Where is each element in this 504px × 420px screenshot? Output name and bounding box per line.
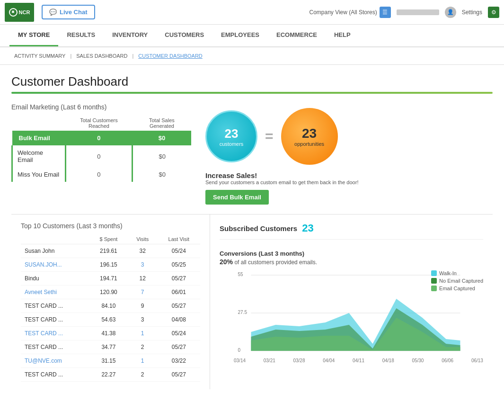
send-bulk-email-button[interactable]: Send Bulk Email: [205, 190, 269, 205]
x-axis-labels: 03/14 03/21 03/28 04/04 04/11 04/18 05/3…: [220, 357, 483, 363]
legend-no-email: No Email Captured: [431, 278, 483, 284]
opportunities-count: 23: [302, 126, 317, 141]
nav-results[interactable]: RESULTS: [58, 25, 104, 46]
customer-last-visit: 05/27: [158, 299, 200, 313]
customer-last-visit: 05/24: [158, 244, 200, 258]
increase-title: Increase Sales!: [205, 171, 257, 179]
customer-spent: 120.90: [89, 286, 128, 299]
store-icon: ☰: [380, 7, 391, 18]
customer-visits: 1: [128, 327, 158, 340]
bulk-sales: $0: [133, 131, 191, 145]
nav-my-store[interactable]: MY STORE: [9, 25, 58, 46]
bottom-panels: Top 10 Customers (Last 3 months) $ Spent…: [11, 214, 493, 389]
customer-row-0: Susan John 219.61 32 05/24: [21, 244, 200, 258]
customer-visits: 32: [128, 244, 158, 258]
conversions-sub: 20% of all customers provided emails.: [220, 258, 483, 266]
col-spent: $ Spent: [89, 234, 128, 244]
conversion-text: of all customers provided emails.: [234, 259, 317, 266]
customer-name[interactable]: SUSAN.JOH...: [21, 258, 89, 272]
nav-help[interactable]: HELP: [326, 25, 359, 46]
sub-nav-sales[interactable]: SALES DASHBOARD: [71, 51, 132, 61]
customer-spent: 22.27: [89, 368, 128, 382]
customer-row-2: Bindu 194.71 12 05/27: [21, 272, 200, 286]
legend-email-captured: Email Captured: [431, 286, 483, 291]
customer-visits: 12: [128, 272, 158, 286]
customers-label: customers: [220, 141, 244, 147]
main-nav: MY STORE RESULTS INVENTORY CUSTOMERS EMP…: [0, 25, 504, 47]
sub-nav: ACTIVITY SUMMARY | SALES DASHBOARD | CUS…: [0, 47, 504, 65]
customers-circle: 23 customers: [205, 110, 257, 162]
page-content: Customer Dashboard Email Marketing (Last…: [0, 65, 504, 420]
customer-name[interactable]: TEST CARD ...: [21, 299, 89, 313]
circles-area: 23 customers = 23 opportunities Increase…: [205, 103, 493, 205]
customer-name[interactable]: Susan John: [21, 244, 89, 258]
svg-text:55: 55: [238, 272, 244, 277]
top-customers-title: Top 10 Customers (Last 3 months): [21, 222, 200, 230]
ncr-logo: ✖ NCR: [5, 3, 34, 22]
customer-visits: 7: [128, 286, 158, 299]
customer-name[interactable]: TU@NVE.com: [21, 354, 89, 368]
customer-row-7: TEST CARD ... 34.77 2 05/27: [21, 340, 200, 354]
sub-nav-customer[interactable]: CUSTOMER DASHBOARD: [133, 51, 207, 61]
customer-name[interactable]: TEST CARD ...: [21, 327, 89, 340]
col-last-visit: Last Visit: [158, 234, 200, 244]
customer-last-visit: 05/24: [158, 327, 200, 340]
settings-icon[interactable]: ⚙: [488, 7, 499, 18]
company-view-label: Company View (All Stores): [309, 9, 377, 16]
miss-you-sales: $0: [133, 167, 191, 182]
circles-row: 23 customers = 23 opportunities: [205, 108, 338, 165]
customer-spent: 219.61: [89, 244, 128, 258]
customer-row-6: TEST CARD ... 41.38 1 05/24: [21, 327, 200, 340]
miss-you-reached: 0: [65, 167, 133, 182]
customer-spent: 41.38: [89, 327, 128, 340]
conversion-percent: 20%: [220, 258, 233, 266]
customer-last-visit: 05/25: [158, 258, 200, 272]
customer-name[interactable]: Avneet Sethi: [21, 286, 89, 299]
live-chat-button[interactable]: 💬 Live Chat: [42, 5, 95, 19]
subscribed-panel: Subscribed Customers 23 Conversions (Las…: [210, 214, 493, 389]
bulk-email-row: Bulk Email 0 $0: [12, 131, 192, 145]
customer-last-visit: 03/22: [158, 354, 200, 368]
legend-emailcap-label: Email Captured: [439, 286, 475, 291]
customer-last-visit: 05/27: [158, 272, 200, 286]
legend-walkin-color: [431, 270, 437, 276]
user-avatar: 👤: [445, 7, 456, 18]
settings-label[interactable]: Settings: [462, 9, 482, 16]
welcome-label: Welcome Email: [12, 145, 66, 167]
customer-last-visit: 05/27: [158, 368, 200, 382]
customer-name[interactable]: Bindu: [21, 272, 89, 286]
customer-name[interactable]: TEST CARD ...: [21, 313, 89, 327]
customer-last-visit: 04/08: [158, 313, 200, 327]
company-view: Company View (All Stores) ☰: [309, 7, 390, 18]
customer-row-9: TEST CARD ... 22.27 2 05/27: [21, 368, 200, 382]
chat-icon: 💬: [49, 9, 57, 16]
ncr-logo-text: NCR: [19, 9, 30, 15]
bulk-label: Bulk Email: [12, 131, 66, 145]
col-visits: Visits: [128, 234, 158, 244]
customer-name[interactable]: TEST CARD ...: [21, 368, 89, 382]
col-name: [21, 234, 89, 244]
nav-customers[interactable]: CUSTOMERS: [156, 25, 212, 46]
username-display: [397, 9, 439, 15]
customer-name[interactable]: TEST CARD ...: [21, 340, 89, 354]
green-divider: [11, 92, 493, 94]
customer-row-8: TU@NVE.com 31.15 1 03/22: [21, 354, 200, 368]
customer-spent: 196.15: [89, 258, 128, 272]
conversions-title: Conversions (Last 3 months): [220, 250, 483, 257]
col-reached: Total Customers Reached: [65, 116, 133, 131]
top-bar: ✖ NCR 💬 Live Chat Company View (All Stor…: [0, 0, 504, 25]
customer-last-visit: 05/27: [158, 340, 200, 354]
nav-ecommerce[interactable]: ECOMMERCE: [268, 25, 326, 46]
sub-nav-activity[interactable]: ACTIVITY SUMMARY: [9, 51, 70, 61]
chart-legend: Walk-In No Email Captured Email Captured: [431, 270, 483, 291]
svg-text:27.5: 27.5: [238, 310, 248, 315]
equals-icon: =: [265, 128, 274, 144]
subscribed-count: 23: [302, 222, 313, 234]
welcome-reached: 0: [65, 145, 133, 167]
email-marketing-title: Email Marketing (Last 6 months): [11, 103, 191, 111]
customer-last-visit: 06/01: [158, 286, 200, 299]
customers-count: 23: [225, 126, 239, 141]
nav-employees[interactable]: EMPLOYEES: [212, 25, 268, 46]
customer-row-5: TEST CARD ... 54.63 3 04/08: [21, 313, 200, 327]
nav-inventory[interactable]: INVENTORY: [104, 25, 156, 46]
